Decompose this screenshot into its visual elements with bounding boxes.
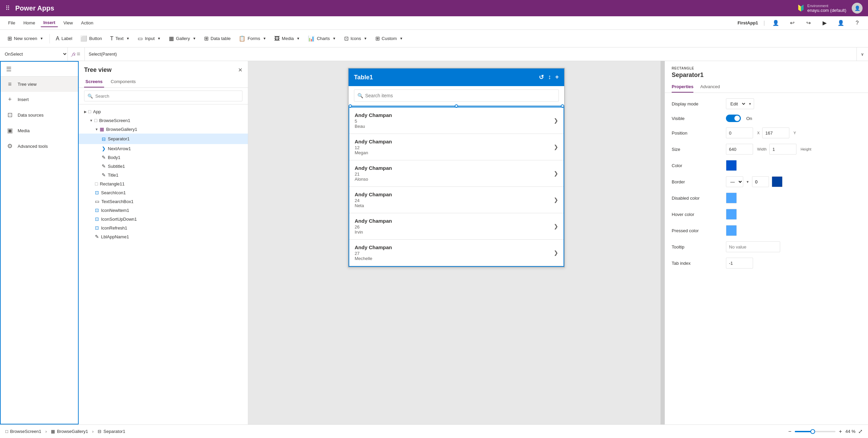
border-color-swatch[interactable]	[772, 176, 783, 187]
tree-search-input[interactable]	[84, 91, 242, 101]
tree-panel-close[interactable]: ✕	[238, 67, 242, 73]
zoom-out-button[interactable]: −	[788, 428, 792, 435]
size-width-input[interactable]	[726, 144, 753, 155]
tree-node-browse-screen[interactable]: ▼ □ BrowseScreen1	[79, 116, 248, 125]
tree-node-rectangle11[interactable]: □ Rectangle11	[79, 179, 248, 188]
border-style-select[interactable]: —	[726, 176, 743, 187]
tab-advanced[interactable]: Advanced	[700, 81, 720, 93]
charts-button[interactable]: 📊 Charts ▼	[304, 33, 339, 44]
tree-node-app[interactable]: ▶ □ App	[79, 107, 248, 116]
gallery-button[interactable]: ▦ Gallery ▼	[165, 33, 199, 44]
phone-frame: Table1 ↺ ↕ + 🔍	[348, 68, 565, 267]
phone-search-input[interactable]	[354, 89, 559, 102]
rectangle11-label: Rectangle11	[100, 181, 242, 186]
waffle-icon[interactable]: ⠿	[5, 4, 10, 12]
refresh-header-icon[interactable]: ↺	[539, 74, 544, 81]
position-x-input[interactable]	[726, 127, 753, 138]
new-screen-button[interactable]: ⊞ New screen ▼	[4, 33, 47, 44]
tree-node-body1[interactable]: ✎ Body1	[79, 153, 248, 162]
zoom-slider[interactable]	[795, 431, 835, 432]
button-button[interactable]: ⬜ Button	[77, 33, 105, 44]
display-mode-select[interactable]: Edit	[726, 99, 746, 109]
tooltip-input[interactable]	[726, 241, 780, 252]
breadcrumb-separator1[interactable]: ⊟ Separator1	[98, 429, 125, 434]
tree-node-search-icon1[interactable]: ⊡ SearchIcon1	[79, 188, 248, 197]
undo-icon[interactable]: ↩	[787, 18, 797, 28]
gallery-item-3[interactable]: Andy Champan 24 Neta ❯	[349, 187, 564, 213]
gallery-item-2[interactable]: Andy Champan 21 Alonso ❯	[349, 160, 564, 187]
zoom-in-button[interactable]: +	[838, 428, 843, 435]
menu-action[interactable]: Action	[78, 19, 96, 27]
icons-button[interactable]: ⊡ Icons ▼	[341, 33, 371, 44]
tree-node-subtitle1[interactable]: ✎ Subtitle1	[79, 162, 248, 171]
sort-header-icon[interactable]: ↕	[548, 74, 551, 81]
play-icon[interactable]: ▶	[819, 18, 830, 28]
user-check-icon[interactable]: 👤	[770, 18, 781, 28]
add-header-icon[interactable]: +	[555, 74, 559, 81]
sidebar-item-media[interactable]: ▣ Media	[1, 123, 78, 138]
share-icon[interactable]: 👤	[835, 18, 846, 28]
tab-index-input[interactable]	[726, 258, 753, 268]
input-button[interactable]: ▭ Input ▼	[134, 33, 164, 44]
disabled-color-swatch[interactable]	[726, 193, 737, 203]
sidebar-item-data-sources[interactable]: ⊡ Data sources	[1, 107, 78, 123]
tree-node-separator1[interactable]: ⊟ Separator1 ···	[79, 134, 248, 144]
data-table-button[interactable]: ⊞ Data table	[201, 33, 234, 44]
hover-color-swatch[interactable]	[726, 209, 737, 220]
forms-button[interactable]: 📋 Forms ▼	[235, 33, 270, 44]
help-icon[interactable]: ?	[852, 18, 863, 28]
border-control: — ▼	[726, 176, 861, 187]
prop-display-mode: Display mode Edit ▼	[672, 98, 861, 109]
redo-icon[interactable]: ↪	[803, 18, 814, 28]
sidebar-item-advanced-tools[interactable]: ⚙ Advanced tools	[1, 138, 78, 154]
color-swatch[interactable]	[726, 160, 737, 171]
zoom-thumb[interactable]	[810, 429, 815, 434]
breadcrumb-browse-gallery[interactable]: ▦ BrowseGallery1	[51, 429, 88, 434]
visible-toggle[interactable]	[726, 115, 741, 122]
tree-node-browse-gallery[interactable]: ▼ ▦ BrowseGallery1	[79, 125, 248, 134]
gallery-item-0[interactable]: Andy Champan 5 Beau ❯	[349, 107, 564, 134]
breadcrumb-browse-screen[interactable]: □ BrowseScreen1	[5, 429, 41, 434]
label-button[interactable]: A Label	[53, 34, 76, 44]
hamburger-icon[interactable]: ☰	[6, 65, 12, 73]
formula-input[interactable]	[85, 47, 856, 61]
menu-view[interactable]: View	[61, 19, 76, 27]
property-select[interactable]: OnSelect	[0, 47, 68, 61]
sidebar-item-insert[interactable]: + Insert	[1, 92, 78, 107]
gallery-item-5[interactable]: Andy Champan 27 Mechelle ❯	[349, 240, 564, 266]
menu-insert[interactable]: Insert	[41, 19, 58, 27]
position-y-label: Y	[793, 131, 796, 135]
pressed-color-swatch[interactable]	[726, 225, 737, 236]
tree-node-text-search-box1[interactable]: ▭ TextSearchBox1	[79, 197, 248, 206]
tree-node-icon-refresh1[interactable]: ⊡ IconRefresh1	[79, 223, 248, 232]
text-button[interactable]: T Text ▼	[107, 34, 133, 44]
tab-screens[interactable]: Screens	[84, 76, 104, 87]
gallery-item-4[interactable]: Andy Champan 26 Irvin ❯	[349, 213, 564, 240]
gallery-item-1[interactable]: Andy Champan 12 Megan ❯	[349, 134, 564, 160]
fx-button[interactable]: 𝑓𝑥 =	[68, 47, 85, 61]
tab-properties[interactable]: Properties	[672, 81, 693, 93]
size-height-input[interactable]	[769, 144, 796, 155]
position-y-input[interactable]	[762, 127, 789, 138]
fullscreen-button[interactable]: ⤢	[858, 428, 863, 435]
tree-node-icon-new-item1[interactable]: ⊡ IconNewItem1	[79, 206, 248, 215]
canvas-scrollbar[interactable]	[660, 61, 665, 424]
toolbar: ⊞ New screen ▼ A Label ⬜ Button T Text ▼…	[0, 30, 868, 47]
custom-button[interactable]: ⊞ Custom ▼	[372, 33, 407, 44]
menu-file[interactable]: File	[5, 19, 18, 27]
avatar[interactable]: 👤	[852, 3, 863, 14]
expand-formula-button[interactable]: ∨	[856, 47, 868, 61]
media-button[interactable]: 🖼 Media ▼	[271, 34, 303, 44]
tree-node-icon-sort-updown1[interactable]: ⊡ IconSortUpDown1	[79, 215, 248, 223]
data-sources-label: Data sources	[18, 113, 44, 118]
tab-components[interactable]: Components	[110, 76, 137, 87]
size-control: Width Height	[726, 144, 861, 155]
border-width-input[interactable]	[752, 176, 769, 187]
tree-node-next-arrow[interactable]: ❯ NextArrow1	[79, 144, 248, 153]
sidebar-item-tree-view[interactable]: ≡ Tree view	[1, 77, 78, 92]
menu-home[interactable]: Home	[21, 19, 38, 27]
tree-node-title1[interactable]: ✎ Title1	[79, 171, 248, 179]
tree-node-lbl-app-name1[interactable]: ✎ LblAppName1	[79, 232, 248, 241]
prop-hover-color: Hover color	[672, 209, 861, 220]
environment-block: 🔰 Environment enayu.com (default)	[797, 4, 846, 13]
